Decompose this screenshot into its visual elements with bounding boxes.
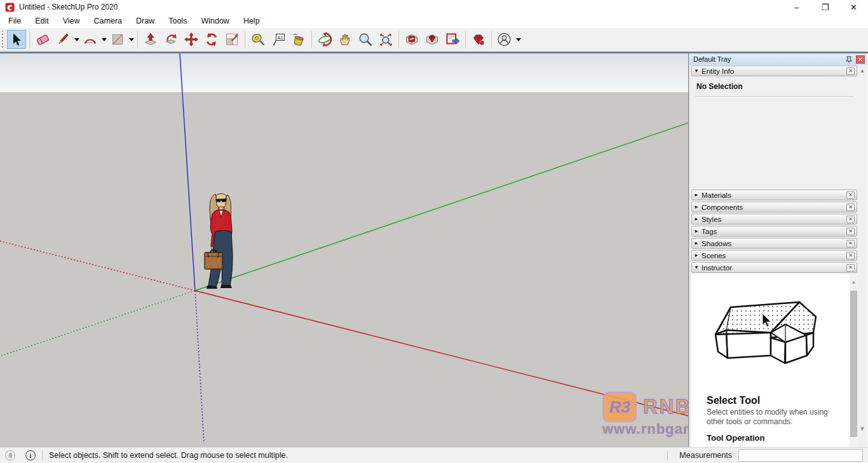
tray-title: Default Tray — [692, 55, 844, 63]
line-tool-button[interactable] — [53, 30, 72, 49]
rectangle-tool-button[interactable] — [108, 30, 127, 49]
default-tray: Default Tray ✕ ▼Entity Info✕►Materials✕►… — [689, 53, 867, 448]
extension-warehouse-tool-button[interactable] — [423, 30, 442, 49]
instructor-house-image — [691, 274, 841, 392]
send-to-layout-tool-button[interactable] — [443, 30, 462, 49]
eraser-tool-button[interactable] — [33, 30, 52, 49]
sketchup-window: Untitled - SketchUp Pro 2020 – ❐ ✕ FileE… — [0, 0, 868, 463]
arc-dropdown-arrow-icon[interactable] — [100, 30, 107, 49]
panel-close-button[interactable]: ✕ — [846, 216, 855, 223]
svg-text:A1: A1 — [278, 35, 283, 41]
arc-tool-button[interactable] — [81, 30, 100, 49]
title-bar: Untitled - SketchUp Pro 2020 – ❐ ✕ — [0, 0, 868, 14]
menu-file[interactable]: File — [1, 15, 28, 27]
select-tool-button[interactable] — [7, 30, 26, 49]
modeling-viewport[interactable]: R3 RNB GAME www.rnbgameshop.com — [0, 53, 689, 448]
send-to-layout-icon — [445, 32, 460, 47]
panel-close-button[interactable]: ✕ — [846, 240, 855, 247]
menu-help[interactable]: Help — [236, 15, 267, 27]
expand-icon[interactable]: ► — [694, 228, 702, 234]
follow-me-tool-button[interactable] — [161, 30, 180, 49]
paint-bucket-tool-button[interactable] — [289, 30, 308, 49]
panel-header-styles[interactable]: ►Styles✕ — [691, 214, 857, 225]
extension-manager-tool-button[interactable] — [469, 30, 488, 49]
panel-label: Instructor — [702, 264, 846, 272]
panel-close-button[interactable]: ✕ — [846, 264, 855, 272]
close-button[interactable]: ✕ — [839, 0, 868, 14]
orbit-icon — [317, 32, 332, 47]
pan-tool-button[interactable] — [336, 30, 355, 49]
menu-window[interactable]: Window — [194, 15, 236, 27]
zoom-tool-button[interactable] — [356, 30, 375, 49]
rotate-icon — [204, 32, 219, 47]
tape-measure-icon — [250, 32, 266, 47]
text-icon: A1 — [271, 32, 286, 47]
minimize-button[interactable]: – — [782, 0, 811, 14]
menu-camera[interactable]: Camera — [87, 15, 129, 27]
tray-scroll-down-icon[interactable]: ▼ — [858, 424, 867, 433]
instructor-scrollbar[interactable]: ▲ — [850, 274, 858, 448]
measurements-input[interactable] — [738, 449, 863, 462]
credits-info-icon[interactable]: i — [25, 450, 36, 460]
tray-close-button[interactable]: ✕ — [856, 55, 865, 64]
status-bar: i Select objects. Shift to extend select… — [0, 447, 868, 463]
rectangle-dropdown-arrow-icon[interactable] — [128, 30, 135, 49]
expand-icon[interactable]: ► — [694, 252, 702, 258]
scroll-up-icon[interactable]: ▲ — [850, 279, 857, 285]
text-tool-button[interactable]: A1 — [269, 30, 288, 49]
orbit-tool-button[interactable] — [315, 30, 334, 49]
panel-header-instructor[interactable]: ▼Instructor✕ — [691, 262, 857, 273]
pin-icon[interactable] — [844, 55, 853, 64]
panel-label: Scenes — [702, 252, 846, 259]
menu-draw[interactable]: Draw — [129, 15, 161, 27]
panel-header-tags[interactable]: ►Tags✕ — [691, 226, 857, 237]
instructor-subheading: Tool Operation — [707, 433, 840, 443]
tray-scroll-up-icon[interactable]: ▲ — [858, 66, 867, 75]
expand-icon[interactable]: ► — [694, 204, 702, 210]
sign-in-dropdown-arrow-icon[interactable] — [515, 30, 522, 49]
push-pull-tool-button[interactable] — [141, 30, 160, 49]
measurements-divider — [667, 451, 668, 460]
zoom-extents-tool-button[interactable] — [376, 30, 395, 49]
person-figure — [205, 194, 233, 289]
panel-label: Components — [702, 204, 846, 211]
panel-header-materials[interactable]: ►Materials✕ — [691, 190, 857, 200]
collapse-icon[interactable]: ▼ — [694, 68, 702, 74]
restore-button[interactable]: ❐ — [811, 0, 839, 14]
collapse-icon[interactable]: ▼ — [694, 265, 702, 270]
rotate-tool-button[interactable] — [202, 30, 221, 49]
menu-bar: FileEditViewCameraDrawToolsWindowHelp — [0, 14, 868, 28]
expand-icon[interactable]: ► — [694, 240, 702, 246]
panel-close-button[interactable]: ✕ — [846, 228, 855, 235]
expand-icon[interactable]: ► — [694, 216, 702, 222]
panel-close-button[interactable]: ✕ — [846, 252, 855, 259]
panel-header-components[interactable]: ►Components✕ — [691, 202, 857, 212]
panel-close-button[interactable]: ✕ — [846, 67, 855, 75]
measurements-label: Measurements — [679, 451, 732, 460]
red-axis-dotted — [0, 241, 195, 291]
menu-edit[interactable]: Edit — [28, 15, 56, 27]
line-dropdown-arrow-icon[interactable] — [73, 30, 80, 49]
panel-header-scenes[interactable]: ►Scenes✕ — [691, 250, 857, 261]
menu-tools[interactable]: Tools — [161, 15, 194, 27]
3d-warehouse-tool-button[interactable] — [402, 30, 421, 49]
3d-warehouse-icon — [404, 32, 419, 47]
eraser-icon — [35, 32, 50, 47]
panel-close-button[interactable]: ✕ — [846, 204, 855, 211]
instructor-content: Select Tool Select entities to modify wh… — [691, 274, 858, 448]
toolbar-drag-handle[interactable] — [1, 31, 4, 48]
menu-view[interactable]: View — [56, 15, 87, 27]
panel-close-button[interactable]: ✕ — [846, 191, 855, 199]
tape-measure-tool-button[interactable] — [248, 30, 268, 49]
push-pull-icon — [143, 32, 158, 47]
instructor-scroll-thumb[interactable] — [850, 291, 857, 437]
panel-header-entity-info[interactable]: ▼Entity Info✕ — [691, 66, 857, 76]
geolocation-icon[interactable] — [5, 450, 15, 460]
tray-scrollbar[interactable]: ▲ ▼ — [858, 66, 867, 447]
axes-and-model — [0, 53, 689, 448]
sign-in-tool-button[interactable] — [495, 30, 514, 49]
panel-header-shadows[interactable]: ►Shadows✕ — [691, 238, 857, 249]
move-tool-button[interactable] — [182, 30, 201, 49]
expand-icon[interactable]: ► — [694, 192, 702, 198]
scale-tool-button[interactable] — [222, 30, 241, 49]
